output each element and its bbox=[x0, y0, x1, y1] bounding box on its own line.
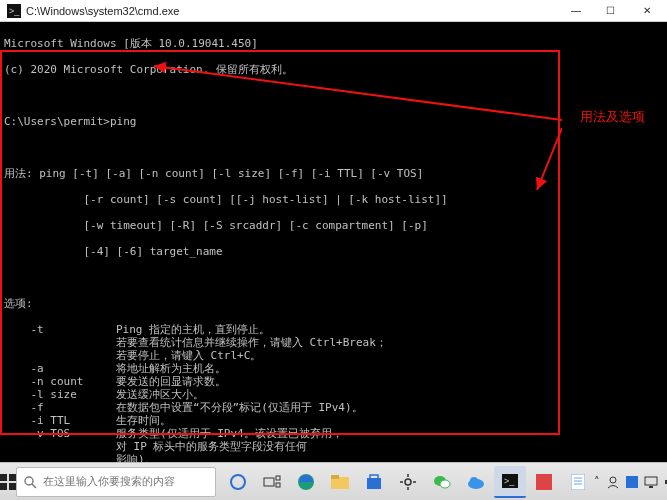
usage-line: [-r count] [-s count] [[-j host-list] | … bbox=[4, 193, 663, 206]
wechat-icon[interactable] bbox=[426, 466, 458, 498]
option-row: 若要查看统计信息并继续操作，请键入 Ctrl+Break； bbox=[4, 336, 663, 349]
start-button[interactable] bbox=[0, 463, 16, 501]
close-button[interactable]: ✕ bbox=[627, 0, 667, 21]
app-icon[interactable] bbox=[528, 466, 560, 498]
taskbar-search[interactable]: 在这里输入你要搜索的内容 bbox=[16, 467, 216, 497]
option-desc: 发送缓冲区大小。 bbox=[116, 388, 204, 401]
tray-chevron-icon[interactable]: ˄ bbox=[594, 475, 600, 488]
cmd-icon: >_ bbox=[6, 3, 22, 19]
svg-rect-31 bbox=[571, 474, 585, 490]
options-list: -tPing 指定的主机，直到停止。 若要查看统计信息并继续操作，请键入 Ctr… bbox=[4, 323, 663, 462]
store-icon[interactable] bbox=[358, 466, 390, 498]
notepad-icon[interactable] bbox=[562, 466, 594, 498]
tray-people-icon[interactable] bbox=[606, 475, 620, 489]
taskbar-pinned: >_ bbox=[222, 466, 594, 498]
svg-rect-30 bbox=[536, 474, 552, 490]
header-line: Microsoft Windows [版本 10.0.19041.450] bbox=[4, 37, 663, 50]
svg-rect-36 bbox=[626, 476, 638, 488]
option-flag: -t bbox=[4, 323, 116, 336]
svg-point-25 bbox=[440, 480, 450, 488]
svg-point-27 bbox=[470, 477, 478, 485]
option-desc: Ping 指定的主机，直到停止。 bbox=[116, 323, 270, 336]
blank-line bbox=[4, 141, 663, 154]
minimize-button[interactable]: — bbox=[559, 0, 593, 21]
option-row: -v TOS服务类型(仅适用于 IPv4。该设置已被弃用， bbox=[4, 427, 663, 440]
option-desc: 在数据包中设置“不分段”标记(仅适用于 IPv4)。 bbox=[116, 401, 363, 414]
svg-point-35 bbox=[610, 477, 616, 483]
option-flag bbox=[4, 440, 116, 453]
option-row: -f在数据包中设置“不分段”标记(仅适用于 IPv4)。 bbox=[4, 401, 663, 414]
option-desc: 要发送的回显请求数。 bbox=[116, 375, 226, 388]
annotation-label: 用法及选项 bbox=[580, 110, 645, 123]
option-row: -i TTL生存时间。 bbox=[4, 414, 663, 427]
svg-rect-37 bbox=[645, 477, 657, 485]
option-flag: -l size bbox=[4, 388, 116, 401]
option-desc: 若要查看统计信息并继续操作，请键入 Ctrl+Break； bbox=[116, 336, 387, 349]
option-row: -a将地址解析为主机名。 bbox=[4, 362, 663, 375]
option-flag bbox=[4, 336, 116, 349]
cortana-icon[interactable] bbox=[222, 466, 254, 498]
svg-rect-5 bbox=[9, 474, 16, 481]
window-controls: — ☐ ✕ bbox=[559, 0, 667, 21]
option-flag: -f bbox=[4, 401, 116, 414]
svg-line-9 bbox=[32, 484, 36, 488]
settings-icon[interactable] bbox=[392, 466, 424, 498]
svg-rect-11 bbox=[264, 478, 274, 486]
option-flag bbox=[4, 349, 116, 362]
option-desc: 生存时间。 bbox=[116, 414, 171, 427]
svg-point-19 bbox=[405, 479, 411, 485]
option-row: 若要停止，请键入 Ctrl+C。 bbox=[4, 349, 663, 362]
windows-icon bbox=[0, 474, 16, 490]
usage-header: 用法: ping [-t] [-a] [-n count] [-l size] … bbox=[4, 167, 663, 180]
titlebar[interactable]: >_ C:\Windows\system32\cmd.exe — ☐ ✕ bbox=[0, 0, 667, 22]
search-placeholder: 在这里输入你要搜索的内容 bbox=[43, 474, 175, 489]
svg-text:>_: >_ bbox=[504, 476, 515, 486]
option-flag: -i TTL bbox=[4, 414, 116, 427]
svg-text:>_: >_ bbox=[9, 6, 20, 16]
option-flag: -n count bbox=[4, 375, 116, 388]
option-desc: 服务类型(仅适用于 IPv4。该设置已被弃用， bbox=[116, 427, 343, 440]
cmd-taskbar-icon[interactable]: >_ bbox=[494, 466, 526, 498]
taskview-icon[interactable] bbox=[256, 466, 288, 498]
usage-line: [-w timeout] [-R] [-S srcaddr] [-c compa… bbox=[4, 219, 663, 232]
option-row: 影响)。 bbox=[4, 453, 663, 462]
taskbar: 在这里输入你要搜索的内容 >_ ˄ 中 17:22 2020/9/5 bbox=[0, 462, 667, 500]
cloud-icon[interactable] bbox=[460, 466, 492, 498]
header-line: (c) 2020 Microsoft Corporation. 保留所有权利。 bbox=[4, 63, 663, 76]
svg-rect-7 bbox=[9, 483, 16, 490]
prompt-line: C:\Users\permit>ping bbox=[4, 115, 663, 128]
window-title: C:\Windows\system32\cmd.exe bbox=[26, 5, 559, 17]
option-desc: 将地址解析为主机名。 bbox=[116, 362, 226, 375]
svg-rect-4 bbox=[0, 474, 7, 481]
option-desc: 影响)。 bbox=[116, 453, 156, 462]
svg-rect-18 bbox=[370, 475, 378, 479]
svg-rect-16 bbox=[331, 475, 339, 479]
explorer-icon[interactable] bbox=[324, 466, 356, 498]
edge-icon[interactable] bbox=[290, 466, 322, 498]
blank-line bbox=[4, 89, 663, 102]
option-desc: 若要停止，请键入 Ctrl+C。 bbox=[116, 349, 261, 362]
svg-point-10 bbox=[231, 475, 245, 489]
option-flag: -v TOS bbox=[4, 427, 116, 440]
option-flag bbox=[4, 453, 116, 462]
svg-rect-12 bbox=[276, 476, 280, 480]
option-desc: 对 IP 标头中的服务类型字段没有任何 bbox=[116, 440, 308, 453]
option-row: -n count要发送的回显请求数。 bbox=[4, 375, 663, 388]
svg-point-8 bbox=[25, 477, 33, 485]
option-row: -tPing 指定的主机，直到停止。 bbox=[4, 323, 663, 336]
svg-rect-6 bbox=[0, 483, 7, 490]
maximize-button[interactable]: ☐ bbox=[593, 0, 627, 21]
cmd-window: >_ C:\Windows\system32\cmd.exe — ☐ ✕ Mic… bbox=[0, 0, 667, 462]
option-row: 对 IP 标头中的服务类型字段没有任何 bbox=[4, 440, 663, 453]
tray-network-icon[interactable] bbox=[644, 476, 658, 488]
terminal-output[interactable]: Microsoft Windows [版本 10.0.19041.450] (c… bbox=[0, 22, 667, 462]
svg-line-3 bbox=[537, 128, 562, 190]
search-icon bbox=[23, 475, 37, 489]
option-row: -l size发送缓冲区大小。 bbox=[4, 388, 663, 401]
blank-line bbox=[4, 271, 663, 284]
usage-line: [-4] [-6] target_name bbox=[4, 245, 663, 258]
options-title: 选项: bbox=[4, 297, 663, 310]
option-flag: -a bbox=[4, 362, 116, 375]
tray-app-icon[interactable] bbox=[626, 476, 638, 488]
system-tray: ˄ 中 17:22 2020/9/5 ☐ bbox=[594, 471, 667, 493]
